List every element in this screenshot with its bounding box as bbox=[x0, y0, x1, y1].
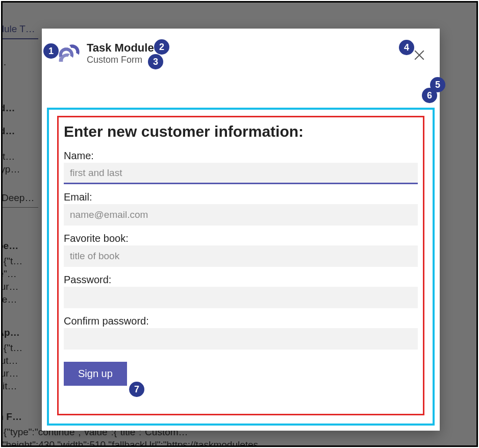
confirm-password-label: Confirm password: bbox=[64, 315, 418, 327]
form-heading: Enter new customer information: bbox=[64, 122, 418, 141]
iframe-inner-content: Enter new customer information: Name: Em… bbox=[57, 116, 424, 415]
callout-1: 1 bbox=[43, 43, 59, 59]
content-iframe-area: Enter new customer information: Name: Em… bbox=[47, 108, 435, 426]
book-label: Favorite book: bbox=[64, 233, 418, 244]
name-label: Name: bbox=[64, 150, 418, 162]
callout-2: 2 bbox=[154, 39, 169, 55]
field-name: Name: bbox=[64, 150, 418, 184]
dialog-header: Task Module Custom Form bbox=[42, 29, 440, 79]
email-input[interactable] bbox=[64, 204, 418, 226]
callout-3: 3 bbox=[148, 54, 163, 69]
header-titles: Task Module Custom Form bbox=[87, 41, 154, 65]
field-password: Password: bbox=[64, 274, 418, 308]
callout-6: 6 bbox=[422, 88, 437, 103]
book-input[interactable] bbox=[64, 245, 418, 267]
dialog-title: Task Module bbox=[87, 41, 154, 55]
field-email: Email: bbox=[64, 191, 418, 226]
dialog-subtitle: Custom Form bbox=[87, 54, 154, 65]
signup-button[interactable]: Sign up bbox=[64, 362, 127, 386]
password-input[interactable] bbox=[64, 287, 418, 308]
app-icon bbox=[57, 42, 81, 66]
field-book: Favorite book: bbox=[64, 233, 418, 267]
confirm-password-input[interactable] bbox=[64, 328, 418, 350]
name-input[interactable] bbox=[64, 163, 418, 184]
close-icon bbox=[414, 50, 424, 60]
task-module-dialog: Task Module Custom Form Enter new custom… bbox=[42, 29, 440, 431]
callout-7: 7 bbox=[129, 382, 144, 397]
close-button[interactable] bbox=[412, 48, 426, 62]
callout-4: 4 bbox=[399, 40, 414, 55]
email-label: Email: bbox=[64, 191, 418, 203]
field-confirm-password: Confirm password: bbox=[64, 315, 418, 350]
password-label: Password: bbox=[64, 274, 418, 286]
